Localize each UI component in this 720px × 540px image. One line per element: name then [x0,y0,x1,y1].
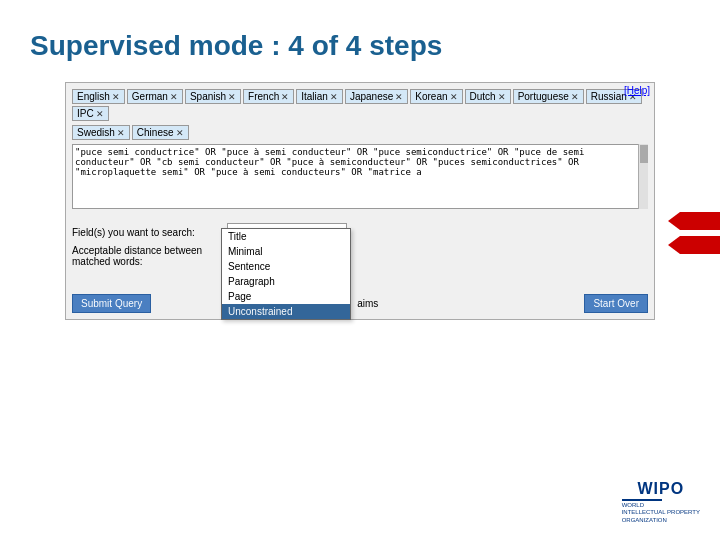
distance-dropdown[interactable]: TitleMinimalSentenceParagraphPageUnconst… [221,228,351,320]
dropdown-item-page[interactable]: Page [222,289,350,304]
lang-tag-de: German✕ [127,89,183,104]
wipo-subtext: WORLD INTELLECTUAL PROPERTY ORGANIZATION [622,502,700,525]
distance-label: Acceptable distance between matched word… [72,245,227,267]
dropdown-item-paragraph[interactable]: Paragraph [222,274,350,289]
lang-label: Italian [301,91,328,102]
lang-label: Korean [415,91,447,102]
lang-tag-en: English✕ [72,89,125,104]
lang-close-es[interactable]: ✕ [228,92,236,102]
red-arrow-1 [680,212,720,230]
lang-tag-zh: Chinese✕ [132,125,189,140]
stemming-row: stemming [72,271,648,288]
content-area: [Help] English✕German✕Spanish✕French✕Ita… [40,82,680,320]
help-link[interactable]: [Help] [624,85,650,96]
lang-label: Dutch [470,91,496,102]
lang-close-it[interactable]: ✕ [330,92,338,102]
ui-panel: [Help] English✕German✕Spanish✕French✕Ita… [65,82,655,320]
wipo-line [622,499,662,501]
lang-tag-pt: Portuguese✕ [513,89,584,104]
lang-tag-ja: Japanese✕ [345,89,408,104]
dropdown-item-sentence[interactable]: Sentence [222,259,350,274]
wipo-logo: WIPO WORLD INTELLECTUAL PROPERTY ORGANIZ… [622,480,700,525]
lang-close-ipc[interactable]: ✕ [96,109,104,119]
dropdown-item-minimal[interactable]: Minimal [222,244,350,259]
lang-tag-es: Spanish✕ [185,89,241,104]
query-textarea[interactable] [72,144,648,209]
lang-label: Japanese [350,91,393,102]
lang-close-sv[interactable]: ✕ [117,128,125,138]
scrollbar[interactable] [638,144,648,209]
distance-row: Acceptable distance between matched word… [72,245,648,267]
language-tags-row1: English✕German✕Spanish✕French✕Italian✕Ja… [72,89,648,121]
buttons-row: Submit Query aims Start Over [72,294,648,313]
slide-container: Supervised mode : 4 of 4 steps [Help] En… [0,0,720,540]
language-tags-row2: Swedish✕Chinese✕ [72,125,648,140]
lang-close-de[interactable]: ✕ [170,92,178,102]
lang-label: IPC [77,108,94,119]
lang-label: Russian [591,91,627,102]
lang-close-ko[interactable]: ✕ [450,92,458,102]
wipo-name: WIPO [622,480,700,498]
aims-text: aims [357,298,378,309]
lang-tag-ipc: IPC✕ [72,106,109,121]
lang-tag-it: Italian✕ [296,89,343,104]
dropdown-item-title[interactable]: Title [222,229,350,244]
lang-label: French [248,91,279,102]
lang-label: Chinese [137,127,174,138]
lang-label: Portuguese [518,91,569,102]
lang-close-fr[interactable]: ✕ [281,92,289,102]
start-over-button[interactable]: Start Over [584,294,648,313]
field-row: Field(s) you want to search: [72,223,648,241]
lang-tag-sv: Swedish✕ [72,125,130,140]
lang-tag-fr: French✕ [243,89,294,104]
arrow-container [680,212,720,260]
lang-tag-ko: Korean✕ [410,89,462,104]
lang-label: German [132,91,168,102]
red-arrow-2 [680,236,720,254]
query-textarea-wrapper [72,144,648,217]
dropdown-item-unconstrained[interactable]: Unconstrained [222,304,350,319]
lang-close-pt[interactable]: ✕ [571,92,579,102]
lang-close-en[interactable]: ✕ [112,92,120,102]
page-title: Supervised mode : 4 of 4 steps [30,30,690,62]
field-label: Field(s) you want to search: [72,227,227,238]
lang-close-ja[interactable]: ✕ [395,92,403,102]
scrollbar-thumb [640,145,648,163]
lang-label: English [77,91,110,102]
lang-label: Swedish [77,127,115,138]
lang-tag-nl: Dutch✕ [465,89,511,104]
submit-query-button[interactable]: Submit Query [72,294,151,313]
lang-close-zh[interactable]: ✕ [176,128,184,138]
lang-close-nl[interactable]: ✕ [498,92,506,102]
lang-label: Spanish [190,91,226,102]
